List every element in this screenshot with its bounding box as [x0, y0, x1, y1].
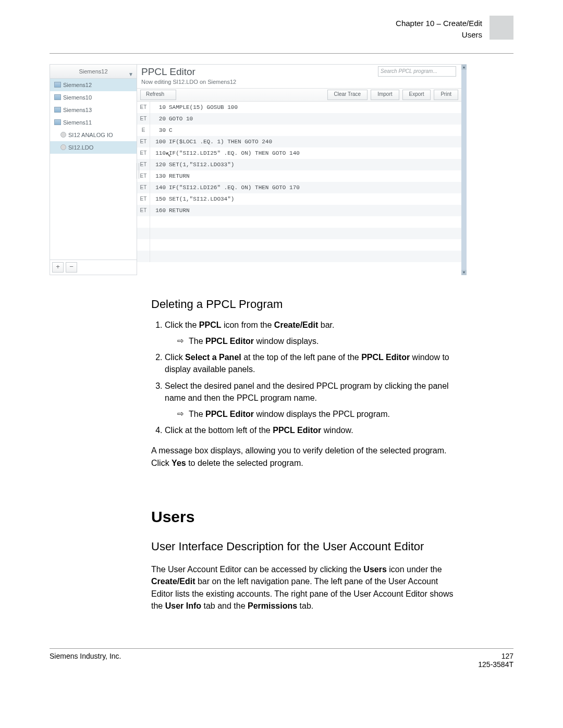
code-listing[interactable]: ET10SAMPLE(15) GOSUB 100ET20GOTO 10E30CE…	[137, 102, 461, 275]
panel-icon	[54, 94, 61, 100]
code-row[interactable]: ET150SET(1,"SI12.LDO34")	[137, 193, 461, 205]
tree-item-label: SI12 ANALOG IO	[68, 132, 113, 138]
point-icon	[60, 144, 66, 150]
code-line-number: 100	[150, 136, 169, 147]
code-row[interactable]: ET140IF("SI12.LDI26" .EQ. ON) THEN GOTO …	[137, 182, 461, 193]
footer-page-number: 127	[478, 652, 513, 660]
panel-icon	[54, 107, 61, 113]
code-status	[137, 216, 150, 228]
code-row[interactable]	[137, 239, 461, 251]
code-text: GOTO 10	[169, 113, 461, 125]
chapter-text: Chapter 10 – Create/Edit	[396, 19, 482, 28]
export-button[interactable]: Export	[402, 90, 431, 100]
code-status: ET	[137, 193, 150, 205]
users-subheading: User Interface Description for the User …	[151, 538, 461, 555]
tree-item-label: SI12.LDO	[68, 144, 93, 151]
header-box	[489, 16, 513, 40]
code-row[interactable]: E30C	[137, 125, 461, 136]
add-program-button[interactable]: +	[52, 262, 64, 273]
page-header: Chapter 10 – Create/Edit Users	[50, 17, 513, 54]
code-status: ET	[137, 136, 150, 147]
tree-item-label: Siemens11	[63, 119, 92, 126]
footer-doc-id: 125-3584T	[478, 660, 513, 669]
code-row[interactable]: ET110IF("SI12.LDI25" .EQ. ON) THEN GOTO …	[137, 147, 461, 159]
code-line-number	[150, 216, 169, 228]
code-status: ET	[137, 205, 150, 216]
step-1: Click the PPCL icon from the Create/Edit…	[165, 319, 461, 347]
scroll-up-icon[interactable]: ▴	[461, 65, 467, 70]
chapter-label: Chapter 10 – Create/Edit	[396, 19, 482, 28]
code-line-number	[150, 239, 169, 251]
step-4: Click at the bottom left of the PPCL Edi…	[165, 424, 461, 436]
tree-item[interactable]: SI12.LDO	[50, 141, 137, 154]
code-text: RETURN	[169, 205, 461, 216]
code-status	[137, 251, 150, 262]
code-text: SET(1,"SI12.LDO33")	[169, 159, 461, 170]
editor-subtitle: Now editing SI12.LDO on Siemens12	[137, 79, 461, 88]
code-text	[169, 239, 461, 251]
users-heading: Users	[151, 505, 461, 528]
step-2: Click Select a Panel at the top of the l…	[165, 351, 461, 375]
code-line-number: 10	[150, 102, 169, 113]
code-line-number	[150, 251, 169, 262]
point-icon	[60, 132, 66, 138]
tree-item[interactable]: Siemens11	[50, 116, 137, 129]
pane-splitter-icon[interactable]	[137, 163, 139, 179]
code-text	[169, 251, 461, 262]
editor-toolbar: Refresh Clear Trace Import Export Print	[137, 88, 461, 102]
panel-tree: Siemens12Siemens10Siemens13Siemens11SI12…	[50, 79, 137, 260]
code-line-number	[150, 228, 169, 239]
code-row[interactable]	[137, 216, 461, 228]
code-text: IF($LOC1 .EQ. 1) THEN GOTO 240	[169, 136, 461, 147]
delete-confirm-paragraph: A message box displays, allowing you to …	[151, 445, 461, 468]
code-status: ET	[137, 147, 150, 159]
tree-item[interactable]: Siemens12	[50, 79, 137, 91]
clear-trace-button[interactable]: Clear Trace	[327, 90, 368, 100]
tree-item-label: Siemens10	[63, 94, 92, 101]
page-footer: Siemens Industry, Inc. 127 125-3584T	[50, 648, 513, 669]
tree-bottom-toolbar: + −	[50, 260, 137, 275]
code-row[interactable]: ET100IF($LOC1 .EQ. 1) THEN GOTO 240	[137, 136, 461, 147]
code-row[interactable]	[137, 228, 461, 239]
code-row[interactable]: ET20GOTO 10	[137, 113, 461, 125]
scroll-down-icon[interactable]: ▾	[461, 270, 467, 275]
import-button[interactable]: Import	[371, 90, 399, 100]
code-row[interactable]: ET130RETURN	[137, 170, 461, 182]
panel-tree-pane: Siemens12 ▼ Siemens12Siemens10Siemens13S…	[50, 64, 137, 275]
code-row[interactable]: ET120SET(1,"SI12.LDO33")	[137, 159, 461, 170]
code-text: SET(1,"SI12.LDO34")	[169, 193, 461, 205]
code-line-number: 140	[150, 182, 169, 193]
code-text	[169, 216, 461, 228]
tree-item[interactable]: Siemens10	[50, 91, 137, 104]
code-status: ET	[137, 113, 150, 125]
code-status: ET	[137, 102, 150, 113]
code-line-number: 150	[150, 193, 169, 205]
editor-pane: ▴ ▾ PPCL Editor Search PPCL program... N…	[137, 64, 467, 275]
tree-item[interactable]: Siemens13	[50, 104, 137, 116]
code-status: E	[137, 125, 150, 136]
document-body: Deleting a PPCL Program Click the PPCL i…	[151, 296, 461, 612]
code-row[interactable]: ET10SAMPLE(15) GOSUB 100	[137, 102, 461, 113]
code-text: SAMPLE(15) GOSUB 100	[169, 102, 461, 113]
code-row[interactable]	[137, 251, 461, 262]
code-line-number: 110	[150, 147, 169, 159]
delete-heading: Deleting a PPCL Program	[151, 296, 461, 313]
code-line-number: 30	[150, 125, 169, 136]
delete-program-button[interactable]: −	[66, 262, 77, 273]
editor-title: PPCL Editor	[141, 66, 195, 78]
refresh-button[interactable]: Refresh	[140, 90, 176, 100]
print-button[interactable]: Print	[434, 90, 458, 100]
ppcl-editor-screenshot: Siemens12 ▼ Siemens12Siemens10Siemens13S…	[50, 64, 467, 275]
search-input[interactable]: Search PPCL program...	[378, 66, 456, 77]
code-row[interactable]: ET160RETURN	[137, 205, 461, 216]
tree-item-label: Siemens13	[63, 107, 92, 113]
code-status	[137, 228, 150, 239]
tree-item-label: Siemens12	[63, 82, 92, 88]
code-status	[137, 239, 150, 251]
code-text: RETURN	[169, 170, 461, 182]
panel-select-dropdown[interactable]: Siemens12 ▼	[50, 65, 137, 79]
tree-item[interactable]: SI12 ANALOG IO	[50, 129, 137, 141]
step-3-result: The PPCL Editor window displays the PPCL…	[165, 408, 461, 420]
delete-steps: Click the PPCL icon from the Create/Edit…	[151, 319, 461, 437]
panel-select-value: Siemens12	[79, 68, 107, 75]
